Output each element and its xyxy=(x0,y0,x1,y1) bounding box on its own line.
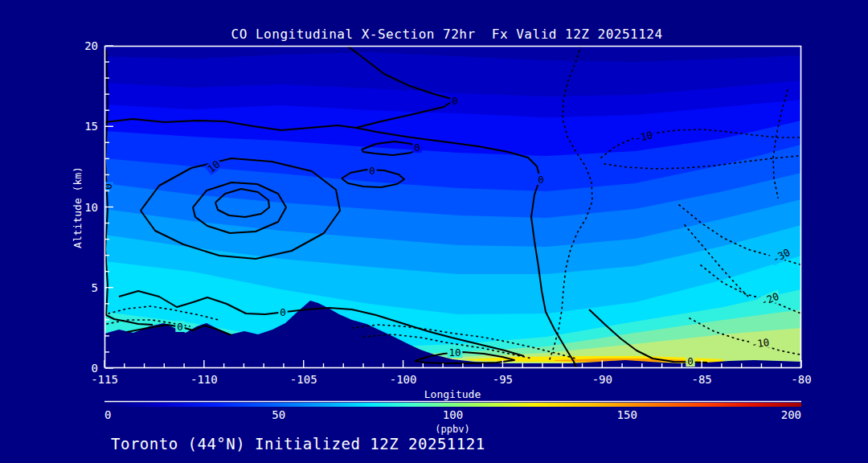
colorbar-tick-label: 200 xyxy=(781,408,801,421)
y-tick-label: 20 xyxy=(84,39,98,52)
x-tick-label: -100 xyxy=(390,373,417,386)
contour-label-group: 0 xyxy=(686,355,694,367)
contour-label-group: 0 xyxy=(412,141,421,154)
colorbar-tick-label: 100 xyxy=(443,408,463,421)
init-caption: Toronto (44°N) Initialized 12Z 20251121 xyxy=(111,435,485,453)
colorbar-tick-label: 0 xyxy=(104,408,111,421)
contour-label: 0 xyxy=(414,141,420,154)
x-axis-label: Longitude xyxy=(424,388,481,400)
contour-label: 0 xyxy=(452,95,458,107)
contour-label: 10 xyxy=(448,346,461,359)
colorbar: 050100150200 xyxy=(104,402,801,422)
contour-label: 0 xyxy=(369,165,375,177)
x-tick-label: -80 xyxy=(791,373,811,386)
x-tick-label: -85 xyxy=(691,373,711,386)
contour-label: 0 xyxy=(280,306,286,318)
contour-label-group: 10 xyxy=(448,346,463,359)
y-tick-label: 0 xyxy=(92,362,98,375)
x-tick-label: -90 xyxy=(592,373,612,386)
y-tick-label: 5 xyxy=(92,281,98,294)
y-tick-label: 15 xyxy=(84,120,98,133)
contour-label-group: 0 xyxy=(536,174,545,186)
contour-label-group: 0 xyxy=(175,321,184,333)
contour-label-group: 0 xyxy=(278,306,287,318)
plot-area: 0010000-100010-30-20-100 xyxy=(102,46,804,368)
contour-label: 0 xyxy=(177,321,183,333)
x-tick-label: -105 xyxy=(290,373,317,386)
colorbar-tick-label: 50 xyxy=(272,408,285,421)
x-tick-label: -110 xyxy=(190,373,218,386)
colorbar-unit-label: (ppbv) xyxy=(435,424,469,435)
figure: 0010000-100010-30-20-100-115-110-105-100… xyxy=(0,0,868,463)
colorbar-tick-label: 150 xyxy=(617,408,637,421)
contour-label-group: 0 xyxy=(102,182,114,191)
x-tick-label: -95 xyxy=(493,373,513,386)
y-tick-label: 10 xyxy=(84,201,98,214)
x-tick-label: -115 xyxy=(91,373,118,386)
y-axis-label: Altitude (km) xyxy=(72,166,84,248)
contour-label: -10 xyxy=(751,336,770,350)
contour-label: 0 xyxy=(538,174,544,186)
chart-title: CO Longitudinal X-Section 72hr Fx Valid … xyxy=(231,27,663,42)
colorbar-gradient xyxy=(104,403,801,407)
contour-label-group: 0 xyxy=(450,95,459,107)
contour-label-group: 0 xyxy=(367,165,376,177)
contour-label: 0 xyxy=(687,355,694,367)
contour-label: 0 xyxy=(102,183,114,190)
